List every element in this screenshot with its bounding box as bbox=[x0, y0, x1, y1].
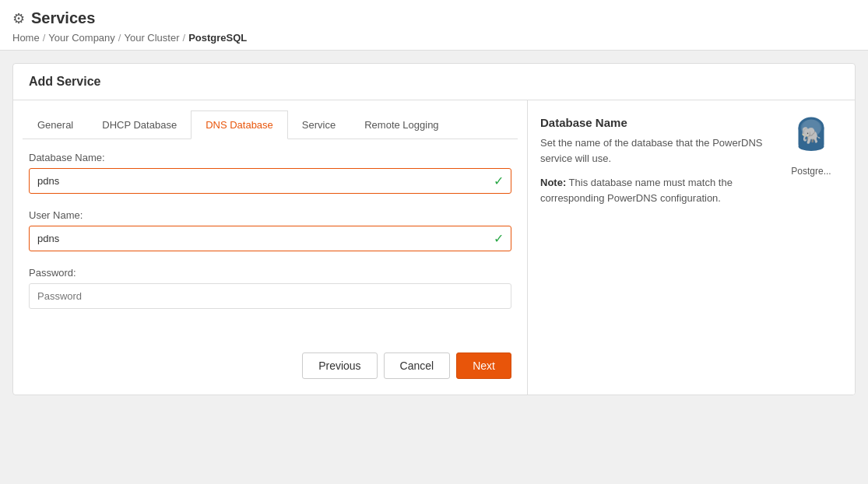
db-name-label: Database Name: bbox=[29, 152, 511, 163]
username-input-wrapper: ✓ bbox=[29, 226, 511, 251]
page-title: Services bbox=[31, 9, 95, 27]
card-body: General DHCP Database DNS Database Servi… bbox=[13, 100, 855, 395]
password-input-wrapper bbox=[29, 283, 511, 309]
tabs-wrapper: General DHCP Database DNS Database Servi… bbox=[13, 100, 527, 139]
form-content: Database Name: ✓ User Name: ✓ bbox=[13, 139, 527, 340]
postgres-logo-icon: 🐘 bbox=[788, 116, 835, 163]
tab-dhcp-database-label: DHCP Database bbox=[102, 119, 177, 131]
postgres-label: Postgre... bbox=[791, 166, 831, 177]
help-note-text: This database name must match the corres… bbox=[540, 177, 733, 204]
tab-service-label: Service bbox=[302, 119, 336, 131]
left-panel: General DHCP Database DNS Database Servi… bbox=[13, 100, 528, 395]
previous-button[interactable]: Previous bbox=[302, 352, 377, 379]
main-content: Add Service General DHCP Database DNS Da… bbox=[0, 51, 868, 408]
breadcrumb-home[interactable]: Home bbox=[12, 32, 40, 44]
button-row: Previous Cancel Next bbox=[13, 340, 527, 395]
help-description: Set the name of the database that the Po… bbox=[540, 135, 771, 166]
next-button[interactable]: Next bbox=[456, 352, 511, 379]
username-input[interactable] bbox=[29, 226, 511, 251]
postgres-logo-area: 🐘 Postgre... bbox=[780, 116, 842, 379]
db-name-input[interactable] bbox=[29, 168, 511, 194]
help-section: Database Name Set the name of the databa… bbox=[528, 100, 855, 395]
password-input[interactable] bbox=[29, 283, 511, 309]
tab-general[interactable]: General bbox=[23, 110, 88, 139]
breadcrumb-cluster[interactable]: Your Cluster bbox=[124, 32, 179, 44]
username-label: User Name: bbox=[29, 209, 511, 221]
breadcrumb-current: PostgreSQL bbox=[188, 32, 247, 44]
tab-service[interactable]: Service bbox=[287, 110, 350, 139]
cancel-button[interactable]: Cancel bbox=[384, 352, 451, 379]
db-name-check-icon: ✓ bbox=[494, 174, 504, 188]
tab-dhcp-database[interactable]: DHCP Database bbox=[87, 110, 192, 139]
help-title: Database Name bbox=[540, 116, 771, 129]
gear-icon: ⚙ bbox=[12, 10, 25, 27]
tab-general-label: General bbox=[37, 119, 73, 131]
add-service-card: Add Service General DHCP Database DNS Da… bbox=[12, 63, 856, 395]
help-text: Database Name Set the name of the databa… bbox=[540, 116, 771, 379]
password-field-group: Password: bbox=[29, 267, 511, 309]
card-title: Add Service bbox=[29, 75, 100, 88]
username-field-group: User Name: ✓ bbox=[29, 209, 511, 251]
svg-text:🐘: 🐘 bbox=[801, 125, 822, 146]
breadcrumb-sep-1: / bbox=[43, 32, 46, 44]
breadcrumb-company[interactable]: Your Company bbox=[48, 32, 115, 44]
help-note: Note: This database name must match the … bbox=[540, 175, 771, 205]
card-header: Add Service bbox=[13, 64, 855, 100]
username-check-icon: ✓ bbox=[494, 231, 504, 246]
tab-remote-logging[interactable]: Remote Logging bbox=[350, 110, 453, 139]
breadcrumb-sep-2: / bbox=[118, 32, 121, 44]
db-name-input-wrapper: ✓ bbox=[29, 168, 511, 194]
tabs-bar: General DHCP Database DNS Database Servi… bbox=[23, 110, 518, 139]
tab-dns-database[interactable]: DNS Database bbox=[191, 110, 288, 139]
breadcrumb-sep-3: / bbox=[183, 32, 186, 44]
tab-remote-logging-label: Remote Logging bbox=[364, 119, 438, 131]
tab-dns-database-label: DNS Database bbox=[206, 119, 273, 131]
breadcrumb: Home / Your Company / Your Cluster / Pos… bbox=[12, 32, 856, 44]
password-label: Password: bbox=[29, 267, 511, 279]
db-name-field-group: Database Name: ✓ bbox=[29, 152, 511, 194]
page-header: ⚙ Services Home / Your Company / Your Cl… bbox=[0, 0, 868, 51]
help-note-label: Note: bbox=[540, 177, 566, 188]
